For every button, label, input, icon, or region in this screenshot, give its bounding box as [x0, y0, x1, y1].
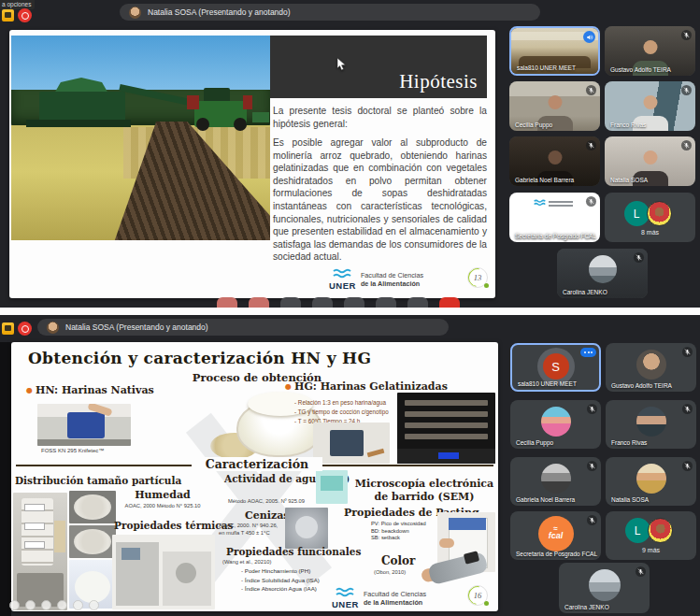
tooltip-fragment: a opciones: [0, 0, 35, 9]
hg-heading: ●HG: Harinas Gelatinizadas: [285, 380, 448, 393]
meet-window-top: a opciones Natalia SOSA (Presentando y a…: [0, 0, 700, 308]
participant-name: Cecilia Puppo: [515, 122, 552, 128]
participant-tile-carolina[interactable]: Carolina JENKO: [557, 249, 648, 298]
annotation-tool-button[interactable]: [41, 600, 51, 610]
mic-off-icon: [682, 404, 693, 414]
sieve-label: [24, 523, 45, 530]
cenizas-ref-line1: AOAC, 2000. N° 940.26,: [219, 523, 278, 530]
participant-name: Gustavo Adolfo TEIRA: [610, 66, 671, 73]
mic-off-icon: [587, 404, 597, 414]
participant-tile-gustavo[interactable]: Gustavo Adolfo TEIRA: [606, 343, 696, 392]
participant-tile-sala810[interactable]: sala810 UNER MEET: [509, 26, 600, 76]
sem-line1: Microscopía electrónica: [353, 478, 495, 491]
slide-title-band: Hipótesis: [270, 36, 487, 98]
control-button-partial[interactable]: [407, 297, 428, 308]
mic-off-icon: [682, 347, 693, 357]
photo-far-combine: [252, 112, 269, 122]
avatar: [589, 255, 617, 283]
presenter-bar[interactable]: Natalia SOSA (Presentando y anotando): [120, 4, 540, 21]
control-button-partial[interactable]: [249, 297, 269, 308]
app-taskbar-icon[interactable]: [2, 9, 14, 21]
annotation-tool-button[interactable]: [89, 600, 99, 610]
participant-tile-cecilia[interactable]: Cecilia Puppo: [510, 400, 601, 449]
bowl: [74, 494, 111, 520]
uner-org-text: UNER: [329, 280, 356, 291]
participant-name: Cecilia Puppo: [516, 439, 553, 446]
photo-cutting-header: [26, 120, 131, 127]
end-call-button-partial[interactable]: [439, 297, 460, 308]
tray: [405, 423, 488, 428]
photo-red-cart: [187, 95, 199, 109]
foss-equipment-photo: [37, 404, 131, 446]
slide-title: Obtención y caracterización HN y HG: [28, 349, 371, 367]
record-icon[interactable]: [18, 322, 32, 336]
flour-pile: [75, 571, 110, 603]
colorimeter-photo: [416, 547, 495, 592]
dsc-instrument: [116, 542, 159, 606]
overflow-participants-tile[interactable]: L 9 más: [606, 511, 696, 560]
overflow-participants-tile[interactable]: L 8 más: [605, 193, 695, 242]
calorimeter: [163, 552, 211, 606]
participant-tile-franco[interactable]: Franco Rivas: [606, 400, 696, 449]
lcd-display: [438, 452, 459, 459]
uner-footer-logo: UNER Facultad de Ciencias de la Alimenta…: [332, 587, 426, 609]
participant-tile-gabriela[interactable]: Gabriela Noel Barrera: [510, 457, 601, 506]
logo-text-lines: [549, 199, 573, 208]
annotation-tool-button[interactable]: [9, 600, 20, 610]
more-participants-label: 9 más: [606, 547, 696, 553]
avatar: [541, 464, 571, 494]
control-button-partial[interactable]: [344, 297, 364, 308]
mic-off-icon: [586, 85, 596, 95]
audio-on-icon: [583, 31, 595, 43]
control-button-partial[interactable]: [217, 297, 237, 308]
control-button-partial[interactable]: [312, 297, 333, 308]
annotation-tool-button[interactable]: [57, 600, 67, 610]
app-taskbar-icon[interactable]: [2, 322, 14, 335]
control-button-partial[interactable]: [280, 297, 301, 308]
color-heading: Color: [381, 554, 415, 567]
more-options-icon[interactable]: [580, 348, 596, 357]
fcal-avatar: ≈ fcal: [538, 516, 574, 552]
presenter-bar[interactable]: Natalia SOSA (Presentando y anotando): [37, 319, 449, 336]
caracterizacion-heading: Caracterización: [192, 457, 322, 471]
color-ref: (Obon, 2010): [374, 569, 406, 577]
mic-off-icon: [586, 196, 596, 207]
participant-tile-carolina[interactable]: Carolina JENKO: [559, 563, 650, 613]
participant-tile-cecilia[interactable]: Cecilia Puppo: [509, 81, 600, 131]
control-button-partial[interactable]: [376, 297, 396, 308]
uner-waves-icon: [336, 587, 354, 599]
annotation-tool-button[interactable]: [73, 600, 83, 610]
uner-logo-mark: UNER: [329, 268, 356, 291]
page-number-badge: 16: [467, 585, 488, 606]
participant-tile-sala810[interactable]: S sala810 UNER MEET: [510, 343, 601, 392]
spatula: [367, 449, 385, 457]
funcionales-heading: Propiedades funcionales: [226, 546, 361, 557]
aw-ref: Método AOAC, 2005. Nº 925.09: [228, 498, 305, 506]
participant-tile-secretaria[interactable]: ≈ fcal Secretaría de Posgrado FCAL: [510, 511, 601, 560]
tray: [405, 434, 488, 439]
avatar: [636, 350, 666, 380]
overflow-avatars: L: [624, 201, 677, 227]
cenizas-ref-line2: en mufla T 450 ± 1°C: [219, 530, 278, 537]
participant-tile-gabriela[interactable]: Gabriela Noel Barrera: [509, 136, 600, 186]
avatar-photo: [648, 518, 673, 543]
colorimeter-device: [427, 552, 488, 585]
mic-off-icon: [587, 461, 597, 471]
annotation-tool-button[interactable]: [25, 600, 36, 610]
participant-name: Carolina JENKO: [564, 604, 609, 610]
cooking-equipment-photo: [313, 423, 390, 464]
mic-off-icon: [634, 252, 644, 263]
hn-caption: FOSS KN 295 Knifetec™: [41, 448, 104, 453]
participant-tile-gustavo[interactable]: Gustavo Adolfo TEIRA: [605, 26, 695, 76]
participant-tile-secretaria[interactable]: Secretaría de Posgrado FCAL: [509, 193, 600, 242]
funcionales-ref: (Wang et al., 20210): [222, 559, 271, 566]
uner-mini-logo: [534, 199, 573, 208]
participant-tile-franco[interactable]: Franco Rivas: [605, 81, 695, 131]
sem-line2: de barrido (SEM): [353, 491, 495, 504]
participant-tile-natalia[interactable]: Natalia SOSA: [606, 457, 696, 506]
record-icon[interactable]: [18, 8, 32, 22]
uner-footer-logo: UNER Facultad de Ciencias de la Alimenta…: [329, 268, 423, 291]
participant-tile-natalia[interactable]: Natalia SOSA: [605, 136, 695, 186]
termicas-heading: Propiedades térmicas: [114, 520, 233, 531]
sample-box: [54, 521, 65, 552]
